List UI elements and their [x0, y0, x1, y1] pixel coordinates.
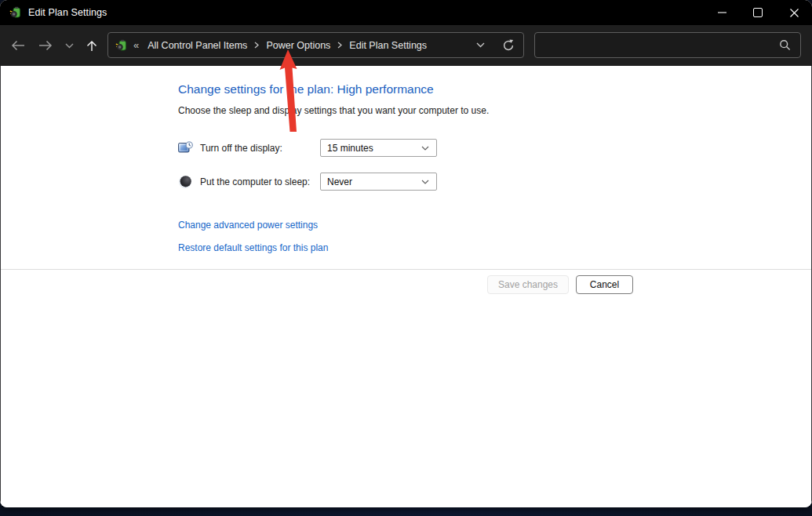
page-title: Change settings for the plan: High perfo…	[178, 82, 434, 96]
breadcrumb-overflow[interactable]: «	[133, 39, 138, 51]
edit-plan-settings-window: Edit Plan Settings	[0, 0, 812, 507]
minimize-button[interactable]	[704, 0, 740, 25]
forward-button[interactable]	[35, 35, 56, 56]
address-bar-actions	[476, 39, 523, 52]
window-controls	[704, 0, 812, 25]
chevron-right-icon	[254, 42, 259, 49]
chevron-down-icon	[421, 146, 429, 151]
search-box	[534, 32, 801, 58]
display-timeout-value: 15 minutes	[327, 143, 421, 154]
close-icon	[790, 9, 799, 17]
maximize-icon	[753, 8, 763, 17]
address-dropdown-button[interactable]	[476, 42, 485, 48]
search-input[interactable]	[535, 33, 779, 57]
maximize-button[interactable]	[740, 0, 776, 25]
address-bar[interactable]: « All Control Panel Items Power Options …	[107, 32, 524, 58]
chevron-right-icon	[337, 42, 342, 49]
close-button[interactable]	[776, 0, 812, 25]
breadcrumb-item-power-options[interactable]: Power Options	[263, 37, 333, 54]
breadcrumb-item-edit-plan-settings[interactable]: Edit Plan Settings	[346, 37, 430, 54]
navigation-toolbar: « All Control Panel Items Power Options …	[0, 25, 812, 66]
footer-divider	[1, 269, 811, 270]
chevron-down-icon	[65, 43, 74, 49]
forward-arrow-icon	[38, 40, 53, 51]
sleep-timeout-dropdown[interactable]: Never	[320, 173, 437, 191]
chevron-down-icon	[476, 42, 485, 48]
breadcrumb: All Control Panel Items Power Options Ed…	[144, 37, 430, 54]
setting-row-sleep: Put the computer to sleep: Never	[178, 173, 310, 191]
window-title: Edit Plan Settings	[28, 7, 107, 18]
restore-default-settings-link[interactable]: Restore default settings for this plan	[178, 242, 328, 253]
titlebar: Edit Plan Settings	[0, 0, 812, 25]
sleep-moon-icon	[178, 175, 195, 189]
sleep-timeout-value: Never	[327, 176, 421, 187]
up-button[interactable]	[82, 35, 102, 56]
chevron-down-icon	[421, 180, 429, 184]
back-button[interactable]	[8, 35, 28, 56]
back-arrow-icon	[11, 40, 25, 51]
up-arrow-icon	[86, 40, 98, 52]
page-description: Choose the sleep and display settings th…	[178, 105, 489, 116]
minimize-icon	[718, 12, 726, 13]
change-advanced-power-settings-link[interactable]: Change advanced power settings	[178, 220, 318, 231]
breadcrumb-item-all-control-panel-items[interactable]: All Control Panel Items	[144, 37, 250, 54]
save-changes-button: Save changes	[487, 275, 569, 294]
search-icon	[779, 39, 791, 51]
power-options-icon	[9, 6, 22, 19]
cancel-button[interactable]: Cancel	[576, 275, 633, 294]
content-pane: Change settings for the plan: High perfo…	[0, 66, 812, 507]
recent-locations-button[interactable]	[62, 35, 76, 56]
refresh-button[interactable]	[502, 39, 515, 52]
display-clock-icon	[178, 141, 195, 154]
sleep-setting-label: Put the computer to sleep:	[200, 176, 310, 187]
power-options-icon	[115, 39, 128, 52]
refresh-icon	[502, 39, 515, 52]
screen: Edit Plan Settings	[0, 0, 812, 516]
setting-row-display: Turn off the display: 15 minutes	[178, 139, 282, 157]
display-timeout-dropdown[interactable]: 15 minutes	[320, 139, 437, 157]
display-setting-label: Turn off the display:	[200, 143, 282, 154]
